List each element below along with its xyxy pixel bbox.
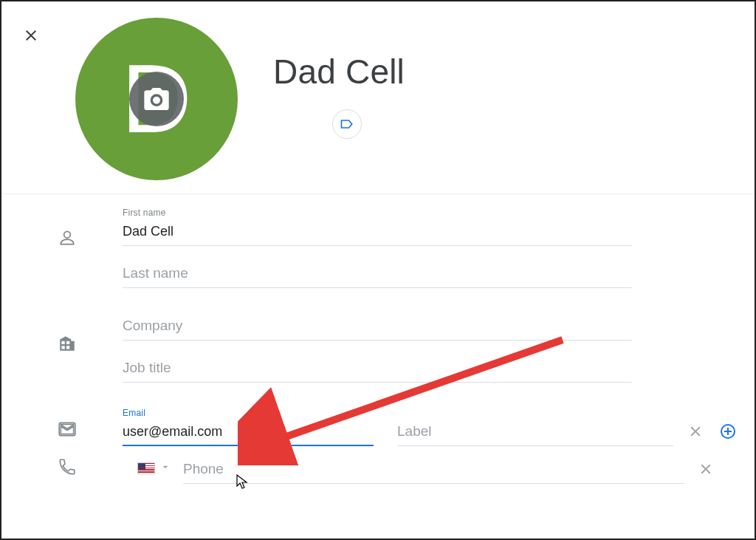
- camera-add-icon: [142, 84, 171, 114]
- avatar[interactable]: D: [75, 18, 238, 180]
- label-button[interactable]: [332, 109, 362, 139]
- job-title-input[interactable]: [123, 355, 632, 383]
- company-input[interactable]: [123, 313, 632, 341]
- label-icon: [340, 117, 354, 131]
- phone-icon-wrap: [58, 457, 123, 484]
- phone-input[interactable]: [183, 457, 684, 484]
- clear-email-button[interactable]: [687, 423, 704, 440]
- building-icon: [58, 334, 77, 353]
- contact-edit-dialog: D Dad Cell First name: [1, 1, 755, 484]
- company-row: [58, 313, 737, 397]
- close-icon: [687, 423, 704, 440]
- flag-us-icon: [137, 462, 155, 474]
- contact-name: Dad Cell: [273, 52, 405, 92]
- first-name-label: First name: [123, 208, 632, 218]
- country-code-select[interactable]: [137, 461, 171, 480]
- email-row: Email: [58, 408, 737, 446]
- phone-row: [58, 457, 737, 484]
- email-label: Email: [123, 408, 374, 418]
- add-email-button[interactable]: [719, 423, 737, 440]
- name-row: First name: [58, 208, 737, 303]
- close-icon: [22, 27, 40, 44]
- person-icon-wrap: [58, 208, 123, 255]
- mail-icon: [58, 420, 77, 439]
- change-photo-button[interactable]: [129, 72, 184, 126]
- last-name-input[interactable]: [123, 261, 632, 288]
- person-icon: [58, 228, 77, 247]
- phone-icon: [58, 457, 77, 476]
- header: D Dad Cell: [1, 1, 755, 194]
- chevron-down-icon: [159, 461, 171, 476]
- email-label-input[interactable]: [397, 419, 673, 446]
- mail-icon-wrap: [58, 420, 123, 446]
- company-icon-wrap: [58, 313, 123, 360]
- email-input[interactable]: [123, 420, 374, 446]
- plus-circle-icon: [719, 421, 737, 442]
- first-name-input[interactable]: [123, 219, 632, 246]
- header-right: Dad Cell: [238, 18, 405, 139]
- close-button[interactable]: [22, 27, 40, 44]
- close-icon: [698, 461, 714, 477]
- contact-form: First name: [1, 194, 755, 484]
- clear-phone-button[interactable]: [697, 460, 715, 478]
